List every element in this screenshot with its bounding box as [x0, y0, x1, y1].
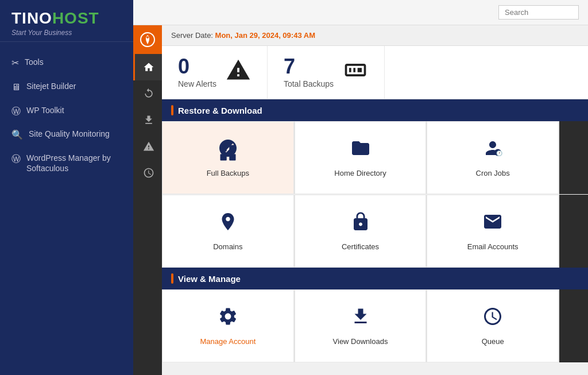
iconbar-download[interactable]	[133, 107, 162, 133]
restore-download-title: Restore & Download	[178, 106, 262, 115]
certificates-icon	[350, 211, 371, 237]
stat-backups-label: Total Backups	[284, 79, 334, 88]
svg-rect-2	[220, 145, 226, 152]
stat-alerts-label: New Alerts	[178, 79, 216, 88]
sidebar-item-sitequality-label: Site Quality Monitoring	[29, 129, 110, 139]
stat-alerts-number: 0	[178, 56, 216, 77]
tile-home-directory[interactable]: Home Directory	[295, 121, 427, 194]
sitequality-icon: 🔍	[11, 129, 23, 141]
tile-cron-jobs[interactable]: 🕐 Cron Jobs	[427, 121, 559, 194]
home-directory-icon	[350, 138, 371, 163]
server-date-value: Mon, Jan 29, 2024, 09:43 AM	[215, 31, 315, 40]
server-date-prefix: Server Date:	[171, 31, 215, 40]
tile-full-backups[interactable]: Full Backups	[162, 121, 294, 194]
icon-bar	[133, 25, 162, 375]
logo-host: HOST	[52, 9, 99, 27]
tile-cron-jobs-label: Cron Jobs	[476, 169, 510, 177]
wpmanager-icon: Ⓦ	[11, 153, 21, 165]
tile-queue-label: Queue	[482, 337, 504, 346]
cron-jobs-icon: 🕐	[482, 138, 503, 163]
full-backups-icon	[218, 138, 238, 163]
sidebar-item-wpmanager[interactable]: Ⓦ WordPress Manager by Softaculous	[0, 147, 133, 179]
iconbar-clock[interactable]	[133, 160, 162, 186]
sidebar-item-tools[interactable]: ✂ Tools	[0, 51, 133, 75]
server-date-bar: Server Date: Mon, Jan 29, 2024, 09:43 AM	[162, 25, 588, 46]
stat-alerts: 0 New Alerts	[162, 46, 268, 99]
sidebar-nav: ✂ Tools 🖥 Sitejet Builder Ⓦ WP Toolkit 🔍…	[0, 42, 133, 375]
logo: TINOHOST	[11, 9, 122, 28]
svg-rect-4	[220, 154, 226, 160]
sidebar: TINOHOST Start Your Business ✂ Tools 🖥 S…	[0, 0, 133, 375]
tile-certificates[interactable]: Certificates	[295, 195, 427, 268]
backups-icon	[343, 57, 368, 88]
tile-manage-account-label: Manage Account	[200, 337, 256, 346]
logo-subtitle: Start Your Business	[11, 29, 122, 37]
view-downloads-icon	[350, 306, 371, 331]
main-panel: Server Date: Mon, Jan 29, 2024, 09:43 AM…	[133, 0, 588, 375]
sidebar-item-sitejet[interactable]: 🖥 Sitejet Builder	[0, 75, 133, 99]
tools-icon: ✂	[11, 57, 19, 69]
svg-rect-5	[229, 154, 235, 160]
sitejet-icon: 🖥	[11, 82, 21, 94]
svg-rect-3	[229, 145, 235, 152]
sidebar-item-sitequality[interactable]: 🔍 Site Quality Monitoring	[0, 123, 133, 147]
iconbar-home[interactable]	[133, 54, 162, 80]
logo-tino: TINO	[11, 9, 52, 27]
sidebar-item-sitejet-label: Sitejet Builder	[26, 81, 76, 91]
tile-email-accounts-label: Email Accounts	[467, 242, 519, 251]
sidebar-item-wptoolkit[interactable]: Ⓦ WP Toolkit	[0, 99, 133, 123]
sidebar-item-wpmanager-label: WordPress Manager by Softaculous	[26, 153, 122, 173]
stat-backups: 7 Total Backups	[268, 46, 385, 99]
queue-icon	[482, 306, 503, 331]
iconbar-refresh[interactable]	[133, 80, 162, 107]
stat-alerts-content: 0 New Alerts	[178, 56, 216, 88]
view-manage-header: View & Manage	[162, 268, 588, 289]
sidebar-item-tools-label: Tools	[25, 57, 44, 67]
tile-domains-label: Domains	[213, 242, 242, 251]
partial-col-1	[559, 121, 588, 194]
stat-backups-content: 7 Total Backups	[284, 56, 334, 88]
tile-view-downloads-label: View Downloads	[333, 337, 388, 346]
svg-point-1	[146, 36, 149, 38]
tile-queue[interactable]: Queue	[427, 289, 559, 362]
tile-manage-account[interactable]: Manage Account	[162, 289, 294, 362]
restore-download-header: Restore & Download	[162, 99, 588, 121]
search-input[interactable]	[498, 5, 579, 20]
iconbar-warning[interactable]	[133, 133, 162, 160]
email-accounts-icon	[482, 211, 503, 237]
content-wrapper: Server Date: Mon, Jan 29, 2024, 09:43 AM…	[133, 25, 588, 375]
sidebar-item-wptoolkit-label: WP Toolkit	[26, 105, 64, 115]
manage-account-icon	[218, 306, 238, 331]
tile-home-directory-label: Home Directory	[334, 169, 386, 177]
partial-col-2	[559, 195, 588, 268]
sidebar-logo: TINOHOST Start Your Business	[0, 0, 133, 42]
domains-icon	[218, 211, 238, 237]
view-manage-title: View & Manage	[178, 274, 241, 284]
tile-certificates-label: Certificates	[342, 242, 379, 251]
alerts-icon	[226, 57, 251, 88]
brand-icon	[133, 25, 162, 54]
tile-domains[interactable]: Domains	[162, 195, 294, 268]
partial-col-3	[559, 289, 588, 362]
svg-text:🕐: 🕐	[496, 150, 503, 157]
wptoolkit-icon: Ⓦ	[11, 106, 21, 118]
stat-backups-number: 7	[284, 56, 334, 77]
main-content: Server Date: Mon, Jan 29, 2024, 09:43 AM…	[162, 25, 588, 375]
tile-email-accounts[interactable]: Email Accounts	[427, 195, 559, 268]
tile-view-downloads[interactable]: View Downloads	[295, 289, 427, 362]
tile-full-backups-label: Full Backups	[207, 169, 249, 177]
topbar	[133, 0, 588, 25]
stats-row: 0 New Alerts 7 Total Backups	[162, 46, 588, 99]
